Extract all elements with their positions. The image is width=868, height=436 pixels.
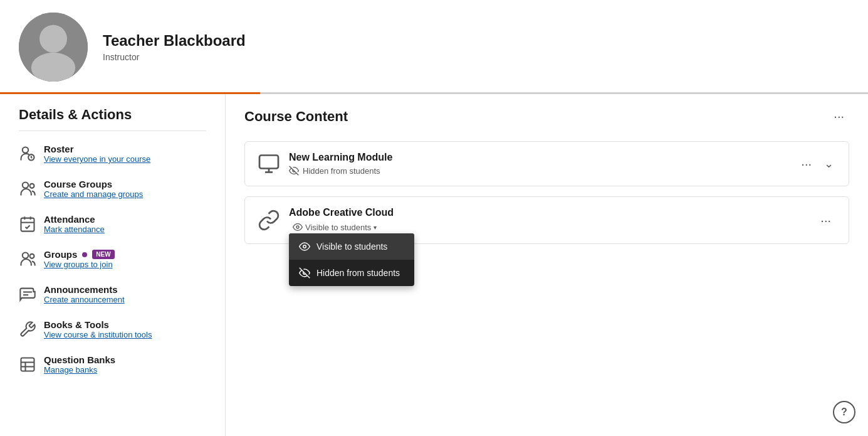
- help-button[interactable]: ?: [833, 401, 855, 423]
- hidden-icon: [289, 166, 299, 176]
- groups-content: Groups NEW View groups to join: [44, 249, 115, 269]
- svg-point-2: [31, 53, 75, 82]
- content-title: Course Content: [244, 109, 348, 125]
- dropdown-hidden-label: Hidden from students: [316, 268, 400, 278]
- sidebar-item-roster[interactable]: Roster View everyone in your course: [19, 144, 206, 164]
- adobe-more-button[interactable]: ···: [815, 211, 836, 230]
- learning-module-actions: ··· ⌄: [796, 154, 836, 174]
- groups-label: Groups NEW: [44, 249, 115, 260]
- card-adobe-header: Adobe Creative Cloud Visible to students…: [245, 197, 849, 243]
- svg-point-3: [23, 147, 28, 153]
- sidebar-item-attendance[interactable]: Attendance Mark attendance: [19, 214, 206, 234]
- learning-module-more-button[interactable]: ···: [796, 154, 817, 174]
- svg-point-12: [30, 254, 34, 258]
- roster-icon: [19, 145, 36, 162]
- attendance-icon: [19, 215, 36, 233]
- sidebar-item-announcements[interactable]: Announcements Create announcement: [19, 284, 206, 304]
- sidebar: Details & Actions Roster View everyone i…: [0, 94, 226, 436]
- announcements-link[interactable]: Create announcement: [44, 295, 125, 304]
- adobe-status-dropdown[interactable]: Visible to students ▾: [289, 221, 380, 233]
- svg-rect-7: [21, 218, 34, 231]
- books-tools-label: Books & Tools: [44, 319, 152, 330]
- learning-module-info: New Learning Module Hidden from students: [289, 152, 392, 176]
- sidebar-item-question-banks[interactable]: Question Banks Manage banks: [19, 354, 206, 375]
- learning-module-status: Hidden from students: [289, 166, 392, 176]
- groups-icon: [19, 250, 36, 268]
- visibility-dropdown-menu: Visible to students Hidden from students: [289, 233, 414, 286]
- attendance-label: Attendance: [44, 214, 105, 225]
- adobe-title: Adobe Creative Cloud: [289, 207, 394, 218]
- card-learning-module: New Learning Module Hidden from students…: [244, 141, 849, 186]
- books-tools-icon: [19, 321, 36, 338]
- card-adobe-creative-cloud: Adobe Creative Cloud Visible to students…: [244, 196, 849, 244]
- dropdown-hidden-option[interactable]: Hidden from students: [289, 260, 414, 286]
- content-header: Course Content ···: [244, 107, 849, 126]
- content-area: Course Content ··· New Learning Module: [226, 94, 868, 436]
- question-banks-label: Question Banks: [44, 354, 115, 365]
- announcements-label: Announcements: [44, 284, 125, 295]
- learning-module-expand-button[interactable]: ⌄: [822, 154, 836, 173]
- svg-point-5: [23, 183, 28, 188]
- course-groups-label: Course Groups: [44, 179, 143, 189]
- main-layout: Details & Actions Roster View everyone i…: [0, 94, 868, 436]
- dropdown-visible-option[interactable]: Visible to students: [289, 233, 414, 260]
- sidebar-title: Details & Actions: [19, 107, 206, 131]
- learning-module-status-text: Hidden from students: [303, 166, 380, 176]
- svg-point-24: [303, 245, 306, 248]
- adobe-status-text: Visible to students: [305, 223, 371, 232]
- svg-rect-19: [259, 156, 278, 169]
- question-banks-content: Question Banks Manage banks: [44, 354, 115, 375]
- books-tools-link[interactable]: View course & institution tools: [44, 330, 152, 339]
- header: Teacher Blackboard Instructor: [0, 0, 868, 94]
- card-learning-module-left: New Learning Module Hidden from students: [258, 152, 796, 176]
- header-name: Teacher Blackboard: [103, 32, 246, 50]
- adobe-info: Adobe Creative Cloud Visible to students…: [289, 207, 394, 233]
- question-banks-icon: [19, 356, 36, 373]
- dropdown-hidden-icon: [299, 267, 310, 279]
- announcements-icon: [19, 285, 36, 303]
- sidebar-item-course-groups[interactable]: Course Groups Create and manage groups: [19, 179, 206, 199]
- svg-point-11: [23, 253, 28, 258]
- svg-rect-15: [21, 358, 34, 371]
- svg-point-23: [296, 226, 299, 228]
- course-groups-icon: [19, 180, 36, 198]
- attendance-content: Attendance Mark attendance: [44, 214, 105, 234]
- announcements-content: Announcements Create announcement: [44, 284, 125, 304]
- course-groups-content: Course Groups Create and manage groups: [44, 179, 143, 199]
- dropdown-visible-icon: [299, 241, 310, 252]
- roster-label: Roster: [44, 144, 150, 154]
- header-role: Instructor: [103, 52, 246, 62]
- header-info: Teacher Blackboard Instructor: [103, 32, 246, 62]
- books-tools-content: Books & Tools View course & institution …: [44, 319, 152, 339]
- visible-icon-status: [293, 222, 303, 232]
- learning-module-icon: [258, 152, 280, 175]
- attendance-link[interactable]: Mark attendance: [44, 225, 105, 234]
- card-learning-module-header: New Learning Module Hidden from students…: [245, 142, 849, 186]
- sidebar-item-groups[interactable]: Groups NEW View groups to join: [19, 249, 206, 269]
- svg-point-6: [30, 184, 34, 188]
- adobe-status[interactable]: Visible to students ▾ Visible to student…: [289, 221, 394, 233]
- roster-link[interactable]: View everyone in your course: [44, 154, 150, 164]
- groups-dot: [82, 252, 87, 257]
- learning-module-title: New Learning Module: [289, 152, 392, 163]
- groups-link[interactable]: View groups to join: [44, 260, 115, 269]
- card-adobe-left: Adobe Creative Cloud Visible to students…: [258, 207, 815, 233]
- svg-point-1: [39, 25, 67, 53]
- adobe-icon: [258, 209, 280, 231]
- adobe-actions: ···: [815, 211, 836, 230]
- adobe-status-chevron: ▾: [374, 224, 377, 231]
- course-groups-link[interactable]: Create and manage groups: [44, 189, 143, 199]
- groups-badge: NEW: [92, 250, 114, 259]
- roster-content: Roster View everyone in your course: [44, 144, 150, 164]
- content-more-button[interactable]: ···: [829, 107, 849, 126]
- question-banks-link[interactable]: Manage banks: [44, 365, 115, 375]
- avatar: [19, 13, 88, 82]
- sidebar-item-books-tools[interactable]: Books & Tools View course & institution …: [19, 319, 206, 339]
- dropdown-visible-label: Visible to students: [316, 242, 387, 252]
